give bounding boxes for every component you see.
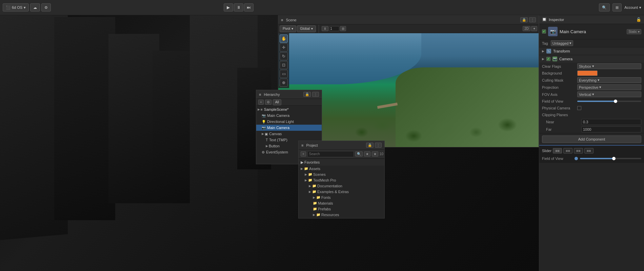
- project-item-assets[interactable]: ▶ 📁 Assets: [299, 166, 384, 171]
- account-chevron: ▾: [639, 5, 641, 10]
- slider-tab-4[interactable]: ≡≡: [584, 148, 593, 153]
- project-title: Project: [306, 143, 318, 147]
- project-item-materials[interactable]: 📁 Materials: [299, 200, 384, 206]
- fovaxis-dropdown[interactable]: Vertical ▾: [577, 91, 641, 97]
- hierarchy-search-bar: + ⚙ All: [256, 99, 322, 106]
- main-slider-track[interactable]: [580, 158, 641, 159]
- main-slider-thumb: [612, 157, 616, 160]
- slider-tab-3[interactable]: ≡≡: [574, 148, 583, 153]
- hierarchy-item-maincam2[interactable]: 📷 Main Camera: [256, 125, 322, 131]
- project-item-scenes[interactable]: ▶ 📁 Scenes: [299, 171, 384, 177]
- hierarchy-item-scene[interactable]: ▶ ≡ SampleScene*: [256, 106, 322, 112]
- tag-label: Tag: [542, 41, 548, 45]
- camera-header[interactable]: ▶ ✓ 📷 Camera: [539, 55, 644, 63]
- inspector-lock-button[interactable]: 🔓: [636, 17, 641, 22]
- project-item-prefabs[interactable]: 📁 Prefabs: [299, 206, 384, 212]
- hand-tool[interactable]: ✋: [280, 35, 288, 43]
- hierarchy-item-dirlight[interactable]: 💡 Directional Light: [256, 119, 322, 125]
- prop-fovaxis: FOV Axis Vertical ▾: [539, 91, 644, 98]
- search-button[interactable]: 🔍: [599, 3, 610, 12]
- favorites-triangle: ▶: [301, 160, 303, 164]
- scene-lock-button[interactable]: 🔒: [520, 17, 528, 22]
- project-options-btn[interactable]: ★: [372, 151, 378, 157]
- scene-grid-btn[interactable]: ⊞: [340, 26, 346, 31]
- cloud-button[interactable]: ☁: [30, 3, 40, 12]
- slider-tab-2[interactable]: ≡≡: [563, 148, 572, 153]
- settings-button[interactable]: ⚙: [41, 3, 51, 12]
- object-static-button[interactable]: Static ▾: [627, 29, 641, 34]
- scene-pause-mini[interactable]: ⏸: [322, 26, 328, 31]
- slider-tab-1[interactable]: ≡≡: [553, 148, 562, 153]
- cullingmask-dropdown[interactable]: Everything ▾: [577, 77, 641, 83]
- step-button[interactable]: ⏭: [244, 3, 254, 12]
- near-field[interactable]: [581, 119, 641, 125]
- add-component-button[interactable]: Add Component: [542, 136, 641, 143]
- main-content: ≡ Scene 🔒 ⋮ Pivot ▾ Global ▾ ⏸ ⊞ 2D ✦: [0, 15, 644, 271]
- clearflags-dropdown[interactable]: Skybox ▾: [577, 63, 641, 69]
- platform-icon: ⬛: [6, 5, 11, 10]
- prop-projection: Projection Perspective ▾: [539, 84, 644, 91]
- project-item-fonts[interactable]: ▶ 📁 Fonts: [299, 194, 384, 200]
- scene-panel-toolbar: Pivot ▾ Global ▾ ⏸ ⊞ 2D ✦: [278, 24, 539, 33]
- project-more-button[interactable]: ⋮: [375, 143, 382, 148]
- inspector-panel: 🔲 Inspector 🔓 ✓ 📷 Main Camera Static ▾ T…: [539, 15, 644, 271]
- hierarchy-lock-button[interactable]: 🔒: [303, 92, 311, 97]
- global-button[interactable]: Global ▾: [297, 25, 316, 32]
- physical-camera-checkbox[interactable]: [577, 106, 581, 110]
- scene-more-button[interactable]: ⋮: [529, 17, 536, 22]
- docs-folder-icon: 📁: [312, 184, 316, 188]
- transform-header[interactable]: ▶ ⤡ Transform: [539, 47, 644, 55]
- rect-tool[interactable]: ▭: [280, 70, 288, 78]
- scene-frame-input[interactable]: [329, 26, 339, 31]
- object-active-checkbox[interactable]: ✓: [542, 29, 546, 34]
- hierarchy-more-button[interactable]: ⋮: [312, 92, 319, 97]
- camera-enable-checkbox[interactable]: ✓: [546, 57, 550, 61]
- tag-value: Untagged: [552, 41, 569, 45]
- projection-dropdown[interactable]: Perspective ▾: [577, 84, 641, 90]
- project-search-input[interactable]: [307, 151, 354, 157]
- project-list: ▶ Favorites ▶ 📁 Assets ▶ 📁 Scenes ▶ 📁 Te…: [299, 159, 384, 218]
- project-star-btn[interactable]: ★: [364, 151, 370, 157]
- play-button[interactable]: ▶: [224, 3, 233, 12]
- far-field[interactable]: [581, 126, 641, 132]
- hierarchy-all-button[interactable]: All: [273, 99, 281, 105]
- project-item-documentation[interactable]: ▶ 📁 Documentation: [299, 183, 384, 189]
- scene-fx-btn[interactable]: ✦: [531, 26, 537, 31]
- fov-slider-track[interactable]: [577, 101, 641, 102]
- rotate-tool[interactable]: ↻: [280, 52, 288, 60]
- hierarchy-item-maincam1[interactable]: 📷 Main Camera: [256, 112, 322, 119]
- project-item-examples[interactable]: ▶ 📁 Examples & Extras: [299, 189, 384, 194]
- examples-folder-icon: 📁: [312, 190, 316, 193]
- left-toolbar-group: ⬛ 6d OS ▾ ☁ ⚙: [3, 3, 51, 12]
- layers-button[interactable]: ⊞: [612, 3, 622, 12]
- fov-label: Field of View: [542, 99, 576, 103]
- tag-dropdown[interactable]: Untagged ▾: [551, 40, 573, 46]
- transform-name: Transform: [553, 49, 570, 53]
- account-button[interactable]: Account ▾: [624, 5, 641, 10]
- move-tool[interactable]: ✛: [280, 43, 288, 51]
- transform-tool[interactable]: ⊕: [280, 79, 288, 87]
- textmesh-folder-icon: 📁: [308, 178, 312, 182]
- hierarchy-sort-button[interactable]: ⚙: [265, 100, 271, 105]
- top-toolbar: ⬛ 6d OS ▾ ☁ ⚙ ▶ ⏸ ⏭ 🔍 ⊞ Account ▾: [0, 0, 644, 15]
- prop-near: Near: [539, 118, 644, 126]
- project-item-textmesh[interactable]: ▶ 📁 TextMesh Pro: [299, 177, 384, 183]
- scale-tool[interactable]: ⊡: [280, 61, 288, 69]
- physical-camera-label: Physical Camera: [542, 106, 576, 110]
- platform-button[interactable]: ⬛ 6d OS ▾: [3, 3, 29, 12]
- project-item-colorgradient[interactable]: 📁 Color Gradient Presets: [299, 217, 384, 218]
- hierarchy-item-canvas[interactable]: ▶ ▣ Canvas: [256, 131, 322, 137]
- hierarchy-add-button[interactable]: +: [258, 100, 264, 105]
- pause-button[interactable]: ⏸: [234, 3, 243, 12]
- prop-background: Background: [539, 70, 644, 77]
- project-add-button[interactable]: +: [301, 151, 306, 157]
- prefabs-folder-icon: 📁: [313, 207, 317, 211]
- scene-2d-button[interactable]: 2D: [523, 26, 530, 31]
- project-item-resources[interactable]: ▶ 📁 Resources: [299, 212, 384, 217]
- prop-far: Far: [539, 126, 644, 133]
- project-lock-button[interactable]: 🔒: [366, 143, 374, 148]
- pivot-button[interactable]: Pivot ▾: [280, 25, 296, 32]
- transform-icon: ⤡: [546, 49, 551, 54]
- project-filter-btn[interactable]: 🔍: [355, 151, 363, 157]
- background-color-swatch[interactable]: [577, 70, 598, 76]
